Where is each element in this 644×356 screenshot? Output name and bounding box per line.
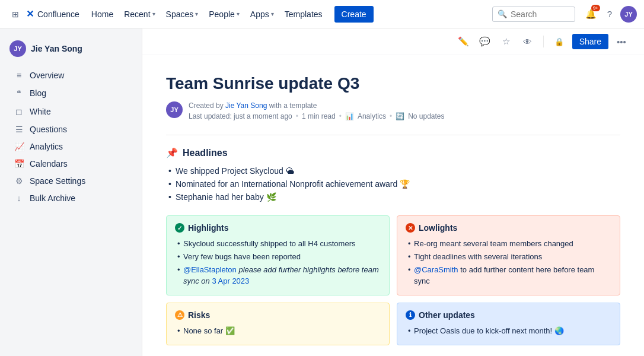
meta-details: Created by Jie Yan Song with a template … — [189, 100, 445, 120]
search-input[interactable] — [511, 9, 570, 19]
page-title: Team Sunrise update Q3 — [166, 74, 620, 93]
highlights-header: ✓ Highlights — [175, 223, 381, 233]
sidebar-analytics-left: 📈 Analytics — [14, 142, 63, 151]
analytics-icon: 📈 — [14, 142, 24, 151]
nav-home[interactable]: Home — [87, 6, 118, 23]
sidebar-white-left: ◻ White — [14, 107, 51, 116]
page-toolbar: ✏️ 💬 ☆ 👁 🔒 Share ••• — [142, 28, 644, 55]
lowlight-item-2: Tight deadlines with several iterations — [406, 250, 611, 263]
lock-icon[interactable]: 🔒 — [551, 33, 568, 50]
lowlights-card: ✕ Lowlights Re-org meant several team me… — [397, 215, 620, 295]
other-updates-card: ℹ Other updates Project Oasis due to kic… — [397, 303, 620, 345]
toolbar-divider — [543, 36, 544, 47]
ella-mention[interactable]: @EllaStapleton — [183, 265, 237, 274]
headline-item-3: Stephanie had her baby 🌿 — [166, 190, 620, 204]
edit-icon[interactable]: ✏️ — [455, 33, 472, 50]
sidebar-avatar: JY — [9, 40, 26, 57]
other-updates-header: ℹ Other updates — [406, 310, 611, 320]
meta-no-updates: No updates — [408, 112, 444, 120]
notifications-button[interactable]: 🔔 9+ — [582, 6, 599, 23]
lowlights-list: Re-org meant several team members change… — [406, 237, 611, 288]
highlight-date[interactable]: 3 Apr 2023 — [212, 276, 249, 285]
risks-card: ⚠ Risks None so far ✅ — [166, 303, 390, 345]
highlights-label: Highlights — [188, 223, 228, 233]
highlights-card: ✓ Highlights Skycloud successfully shipp… — [166, 215, 390, 295]
sidebar-nav-list: ≡ Overview ❝ Blog + ◻ White + — [0, 67, 142, 206]
risks-label: Risks — [188, 310, 210, 320]
main-layout: JY Jie Yan Song ≡ Overview ❝ Blog + ◻ — [0, 28, 644, 356]
confluence-x-icon: ✕ — [26, 8, 34, 20]
other-updates-list: Project Oasis due to kick-off next month… — [406, 325, 611, 338]
sidebar-item-blog[interactable]: ❝ Blog + — [5, 84, 137, 102]
app-grid-icon[interactable]: ⊞ — [7, 6, 24, 23]
meta-read-time: 1 min read — [302, 112, 336, 120]
nav-recent[interactable]: Recent ▾ — [119, 6, 160, 23]
sidebar-settings-left: ⚙ Space Settings — [14, 176, 85, 186]
people-chevron-icon: ▾ — [237, 11, 240, 17]
sidebar-item-bulk-archive[interactable]: ↓ Bulk Archive — [5, 190, 137, 206]
meta-template-label: with a template — [269, 101, 317, 110]
meta-author-link[interactable]: Jie Yan Song — [225, 101, 267, 110]
no-updates-icon: 🔄 — [396, 112, 404, 120]
calendars-icon: 📅 — [14, 159, 24, 169]
sep3: • — [390, 112, 392, 120]
sidebar-username: Jie Yan Song — [31, 44, 82, 53]
meta-created-label: Created by — [189, 101, 225, 110]
sidebar-calendars-label: Calendars — [30, 159, 68, 169]
sidebar-blog-label: Blog — [30, 88, 46, 98]
headline-item-1: We shipped Project Skycloud 🌥 — [166, 164, 620, 177]
lowlights-label: Lowlights — [419, 223, 457, 233]
risks-header: ⚠ Risks — [175, 310, 381, 320]
nav-templates[interactable]: Templates — [280, 6, 327, 23]
headlines-emoji: 📌 — [166, 147, 178, 158]
section-divider-1 — [166, 135, 620, 135]
sidebar-user: JY Jie Yan Song — [0, 38, 142, 66]
highlights-icon: ✓ — [175, 223, 184, 233]
sidebar-white-label: White — [30, 107, 51, 116]
star-icon[interactable]: ☆ — [498, 33, 515, 50]
sidebar-settings-label: Space Settings — [30, 176, 85, 186]
cara-mention[interactable]: @CaraSmith — [414, 265, 458, 274]
recent-chevron-icon: ▾ — [152, 11, 155, 17]
sidebar-item-calendars[interactable]: 📅 Calendars — [5, 155, 137, 172]
sidebar-item-questions[interactable]: ☰ Questions — [5, 121, 137, 138]
author-avatar: JY — [166, 101, 183, 118]
other-updates-label: Other updates — [419, 310, 475, 320]
share-button[interactable]: Share — [572, 34, 608, 49]
sidebar-overview-left: ≡ Overview — [14, 71, 64, 80]
nav-spaces[interactable]: Spaces ▾ — [161, 6, 203, 23]
lowlight-item-1: Re-org meant several team members change… — [406, 237, 611, 250]
blog-icon: ❝ — [14, 88, 24, 98]
headlines-list: We shipped Project Skycloud 🌥 Nominated … — [166, 164, 620, 204]
risks-icon: ⚠ — [175, 310, 184, 320]
user-avatar-topnav[interactable]: JY — [620, 6, 637, 23]
overview-icon: ≡ — [14, 71, 24, 80]
sidebar: JY Jie Yan Song ≡ Overview ❝ Blog + ◻ — [0, 28, 142, 356]
sep2: • — [339, 112, 342, 120]
top-nav-links: Home Recent ▾ Spaces ▾ People ▾ Apps ▾ T… — [87, 6, 327, 23]
sidebar-item-analytics[interactable]: 📈 Analytics — [5, 138, 137, 155]
other-updates-icon: ℹ — [406, 310, 415, 320]
comment-icon[interactable]: 💬 — [477, 33, 493, 50]
search-bar[interactable]: 🔍 — [492, 7, 575, 22]
top-navigation: ⊞ ✕ Confluence Home Recent ▾ Spaces ▾ Pe… — [0, 0, 644, 28]
sidebar-item-settings[interactable]: ⚙ Space Settings — [5, 173, 137, 189]
sidebar-item-overview[interactable]: ≡ Overview — [5, 67, 137, 84]
notification-badge: 9+ — [591, 5, 600, 11]
more-options-icon[interactable]: ••• — [613, 33, 630, 50]
page-meta: JY Created by Jie Yan Song with a templa… — [166, 100, 620, 120]
headlines-heading: 📌 Headlines — [166, 147, 620, 158]
nav-apps[interactable]: Apps ▾ — [246, 6, 279, 23]
nav-people[interactable]: People ▾ — [204, 6, 244, 23]
apps-chevron-icon: ▾ — [271, 11, 274, 17]
help-button[interactable]: ? — [601, 6, 618, 23]
meta-analytics-link[interactable]: Analytics — [358, 112, 386, 120]
watch-icon[interactable]: 👁 — [519, 33, 536, 50]
confluence-logo[interactable]: ✕ Confluence — [26, 8, 79, 20]
confluence-logo-text: Confluence — [37, 9, 79, 19]
create-button[interactable]: Create — [334, 6, 374, 23]
risk-item-1: None so far ✅ — [175, 325, 381, 338]
sidebar-item-white[interactable]: ◻ White + — [5, 103, 137, 120]
lowlights-header: ✕ Lowlights — [406, 223, 611, 233]
sidebar-calendars-left: 📅 Calendars — [14, 159, 68, 169]
